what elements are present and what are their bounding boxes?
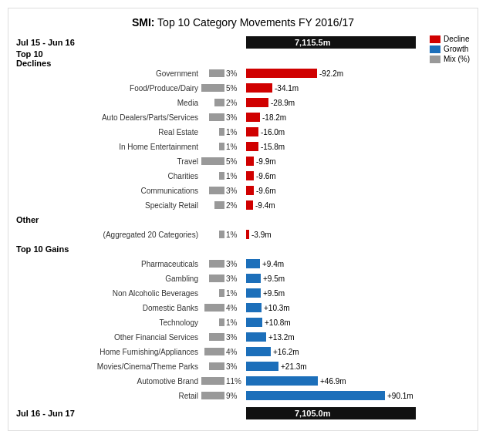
decline-bar-value: -9.6m xyxy=(256,172,276,180)
decline-mix-bar xyxy=(219,172,224,180)
gain-row: Movies/Cinema/Theme Parks3%+21.3m xyxy=(16,359,470,373)
legend-growth-label: Growth xyxy=(444,45,468,53)
gain-mix-bar xyxy=(201,377,224,385)
title-rest: Top 10 Category Movements FY 2016/17 xyxy=(154,16,354,29)
chart-title: SMI: Top 10 Category Movements FY 2016/1… xyxy=(16,16,470,29)
decline-mix-label: 5% xyxy=(224,157,246,166)
decline-row: Auto Dealers/Parts/Services3%-18.2m xyxy=(16,110,470,124)
decline-bar-value: -15.8m xyxy=(261,143,285,151)
decline-row: Travel5%-9.9m xyxy=(16,154,470,168)
decline-mix-bar xyxy=(214,99,224,106)
gain-row: Gambling3%+9.5m xyxy=(16,271,470,285)
gain-mix-label: 3% xyxy=(224,333,246,342)
gain-mix-label: 1% xyxy=(224,289,246,298)
gain-bar-value: +16.2m xyxy=(273,348,299,356)
decline-category-label: Travel xyxy=(78,157,201,166)
decline-mix-label: 3% xyxy=(224,187,246,195)
gain-category-label: Gambling xyxy=(78,275,201,283)
chart-container: SMI: Top 10 Category Movements FY 2016/1… xyxy=(8,8,478,431)
declines-rows: Government3%-92.2mFood/Produce/Dairy5%-3… xyxy=(16,66,470,212)
decline-bar-value: -9.9m xyxy=(256,157,276,166)
gain-category-label: Home Furnishing/Appliances xyxy=(78,348,201,356)
gain-mix-label: 4% xyxy=(224,304,246,312)
decline-category-label: Media xyxy=(78,99,201,107)
gain-bar xyxy=(246,376,318,386)
decline-category-label: Specialty Retail xyxy=(78,201,201,210)
gain-mix-label: 9% xyxy=(224,392,246,400)
legend-growth-box xyxy=(430,45,440,53)
decline-mix-label: 3% xyxy=(224,113,246,122)
decline-mix-label: 5% xyxy=(224,84,246,93)
gain-category-label: Retail xyxy=(78,392,201,400)
decline-bar-value: -92.2m xyxy=(319,69,343,78)
legend: Decline Growth Mix (%) xyxy=(430,35,470,65)
gain-mix-label: 1% xyxy=(224,318,246,327)
gains-header-label-section: Top 10 Gains xyxy=(16,244,201,254)
decline-row: Real Estate1%-16.0m xyxy=(16,125,470,139)
decline-row: Specialty Retail2%-9.4m xyxy=(16,198,470,212)
gain-row: Other Financial Services3%+13.2m xyxy=(16,330,470,344)
baseline-top-label-section: Jul 15 - Jun 16 xyxy=(16,38,201,47)
gain-bar-value: +13.2m xyxy=(268,333,295,342)
baseline-bottom-bar-area: 7,105.0m xyxy=(246,407,470,419)
gain-bar-value: +46.9m xyxy=(320,377,346,386)
decline-mix-label: 1% xyxy=(224,172,246,180)
gain-mix-bar xyxy=(209,362,224,370)
gain-row: Pharmaceuticals3%+9.4m xyxy=(16,257,470,271)
gain-bar xyxy=(246,362,278,371)
legend-decline: Decline xyxy=(430,35,470,43)
gain-bar xyxy=(246,391,385,400)
gain-mix-label: 3% xyxy=(224,362,246,371)
decline-category-label: Food/Produce/Dairy xyxy=(78,84,201,93)
decline-row: Communications3%-9.6m xyxy=(16,184,470,197)
gain-row: Non Alcoholic Beverages1%+9.5m xyxy=(16,286,470,300)
other-header-label-section: Other xyxy=(16,215,201,224)
gain-mix-label: 3% xyxy=(224,275,246,283)
decline-mix-bar xyxy=(219,128,224,136)
decline-bar-value: -28.9m xyxy=(271,99,295,107)
decline-bar-value: -18.2m xyxy=(262,113,286,122)
gain-category-label: Technology xyxy=(78,318,201,327)
gain-row: Technology1%+10.8m xyxy=(16,315,470,329)
decline-row: Media2%-28.9m xyxy=(16,96,470,109)
decline-mix-bar xyxy=(219,143,224,150)
gain-mix-bar xyxy=(209,260,224,268)
gain-row: Home Furnishing/Appliances4%+16.2m xyxy=(16,345,470,359)
baseline-bottom-label: Jul 16 - Jun 17 xyxy=(16,409,116,418)
gain-bar-value: +10.8m xyxy=(265,318,291,327)
gains-rows: Pharmaceuticals3%+9.4mGambling3%+9.5mNon… xyxy=(16,257,470,403)
gain-bar xyxy=(246,332,266,342)
decline-mix-bar xyxy=(214,201,224,209)
decline-mix-label: 1% xyxy=(224,143,246,151)
decline-category-label: Communications xyxy=(78,187,201,195)
baseline-bottom-row: Jul 16 - Jun 17 7,105.0m xyxy=(16,406,470,421)
legend-decline-box xyxy=(430,35,440,43)
decline-bar xyxy=(246,186,254,195)
gain-category-label: Domestic Banks xyxy=(78,304,201,312)
gain-category-label: Automotive Brand xyxy=(78,377,201,386)
gain-row: Domestic Banks4%+10.3m xyxy=(16,301,470,315)
decline-mix-label: 2% xyxy=(224,99,246,107)
decline-bar xyxy=(246,157,254,166)
gain-category-label: Movies/Cinema/Theme Parks xyxy=(78,362,201,371)
other-mix-bar xyxy=(219,231,224,238)
gain-bar-value: +9.5m xyxy=(263,275,285,283)
gain-bar xyxy=(246,288,261,298)
gain-bar xyxy=(246,347,271,356)
other-header-row: Other xyxy=(16,213,470,227)
decline-category-label: Government xyxy=(78,69,201,78)
decline-bar xyxy=(246,98,268,107)
gain-category-label: Pharmaceuticals xyxy=(78,260,201,268)
decline-mix-label: 1% xyxy=(224,128,246,136)
baseline-top-value: 7,115.5m xyxy=(295,38,330,47)
declines-header-label: Top 10 Declines xyxy=(16,49,78,68)
gain-bar-value: +9.4m xyxy=(262,260,284,268)
decline-bar xyxy=(246,83,272,93)
decline-mix-bar xyxy=(209,69,224,77)
gains-header-row: Top 10 Gains xyxy=(16,242,470,256)
decline-row: Government3%-92.2m xyxy=(16,66,470,80)
other-bar xyxy=(246,230,249,239)
gain-mix-bar xyxy=(219,289,224,297)
gains-header-label: Top 10 Gains xyxy=(16,244,78,254)
decline-bar xyxy=(246,127,258,136)
